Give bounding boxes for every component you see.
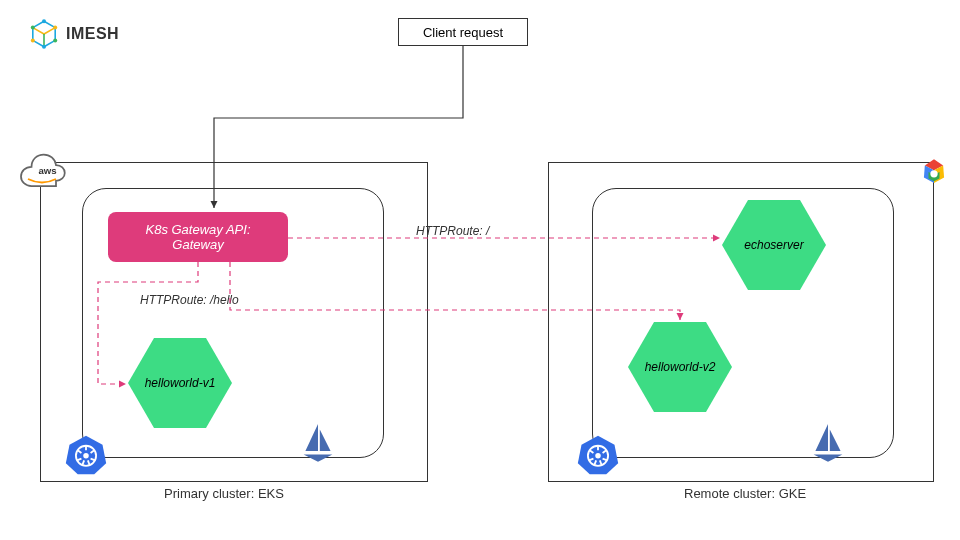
svg-marker-33 xyxy=(815,424,828,451)
istio-icon-primary xyxy=(300,420,336,464)
svg-marker-30 xyxy=(305,424,318,451)
svg-point-5 xyxy=(42,45,46,49)
client-request-box: Client request xyxy=(398,18,528,46)
kubernetes-icon-remote xyxy=(576,432,620,476)
helloworld-v1-label: helloworld-v1 xyxy=(145,376,216,390)
svg-marker-34 xyxy=(830,429,841,451)
imesh-logo-text: IMESH xyxy=(66,25,119,43)
svg-point-4 xyxy=(53,38,57,42)
client-request-label: Client request xyxy=(423,25,503,40)
echoserver-label: echoserver xyxy=(744,238,803,252)
svg-point-22 xyxy=(595,453,601,459)
svg-point-12 xyxy=(83,453,89,459)
svg-marker-32 xyxy=(304,455,333,462)
helloworld-v2-hexagon: helloworld-v2 xyxy=(628,322,732,412)
istio-icon-remote xyxy=(810,420,846,464)
helloworld-v1-hexagon: helloworld-v1 xyxy=(128,338,232,428)
imesh-cube-icon xyxy=(28,18,60,50)
httproute-hello-label: HTTPRoute: /hello xyxy=(140,293,239,307)
svg-point-9 xyxy=(930,170,937,177)
gateway-line2: Gateway xyxy=(172,237,223,252)
svg-marker-31 xyxy=(320,429,331,451)
svg-marker-35 xyxy=(814,455,843,462)
svg-point-2 xyxy=(42,19,46,23)
svg-point-3 xyxy=(53,26,57,30)
httproute-root-label: HTTPRoute: / xyxy=(416,224,489,238)
primary-cluster-label: Primary cluster: EKS xyxy=(164,486,284,501)
remote-cluster-label: Remote cluster: GKE xyxy=(684,486,806,501)
gateway-line1: K8s Gateway API: xyxy=(145,222,250,237)
echoserver-hexagon: echoserver xyxy=(722,200,826,290)
kubernetes-icon-primary xyxy=(64,432,108,476)
svg-point-6 xyxy=(31,38,35,42)
aws-icon: aws xyxy=(14,152,70,192)
gcp-icon xyxy=(906,152,960,192)
imesh-logo: IMESH xyxy=(28,18,119,50)
gateway-box: K8s Gateway API: Gateway xyxy=(108,212,288,262)
svg-text:aws: aws xyxy=(39,165,57,176)
svg-point-7 xyxy=(31,26,35,30)
helloworld-v2-label: helloworld-v2 xyxy=(645,360,716,374)
